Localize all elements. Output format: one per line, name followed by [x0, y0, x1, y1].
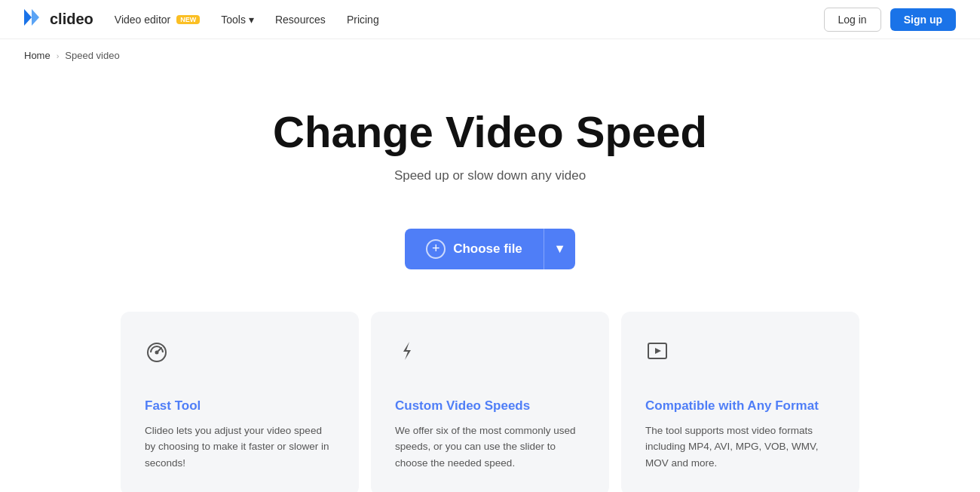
svg-point-4 [156, 351, 158, 353]
new-badge: NEW [176, 15, 200, 24]
nav-left: clideo Video editor NEW Tools ▾ Resource… [24, 9, 379, 30]
breadcrumb-separator: › [57, 51, 60, 60]
features-grid: Fast Tool Clideo lets you adjust your vi… [90, 306, 890, 492]
feature-desc-custom-speeds: We offer six of the most commonly used s… [395, 423, 585, 472]
breadcrumb-home[interactable]: Home [24, 50, 51, 61]
hero-section: Change Video Speed Speed up or slow down… [0, 72, 980, 229]
plus-icon: + [426, 239, 446, 259]
hero-subtitle: Speed up or slow down any video [24, 168, 956, 183]
nav-video-editor[interactable]: Video editor NEW [115, 14, 200, 26]
choose-file-main: + Choose file [405, 229, 544, 269]
chevron-down-icon: ▾ [556, 241, 563, 257]
login-button[interactable]: Log in [824, 8, 881, 32]
feature-card-fast-tool: Fast Tool Clideo lets you adjust your vi… [121, 312, 359, 492]
svg-marker-6 [655, 348, 661, 354]
breadcrumb-current: Speed video [65, 50, 119, 61]
choose-file-dropdown-arrow[interactable]: ▾ [544, 230, 575, 267]
svg-marker-1 [32, 9, 39, 26]
page-title: Change Video Speed [24, 108, 956, 156]
feature-card-compatible: Compatible with Any Format The tool supp… [621, 312, 859, 492]
chevron-down-icon: ▾ [249, 14, 254, 26]
feature-desc-compatible: The tool supports most video formats inc… [645, 423, 835, 472]
logo-link[interactable]: clideo [24, 9, 93, 30]
feature-desc-fast-tool: Clideo lets you adjust your video speed … [145, 423, 335, 472]
choose-file-label: Choose file [453, 241, 522, 257]
logo-icon [24, 9, 45, 30]
signup-button[interactable]: Sign up [890, 8, 956, 31]
breadcrumb: Home › Speed video [0, 39, 980, 72]
feature-title-custom-speeds: Custom Video Speeds [395, 398, 585, 414]
play-square-icon [645, 339, 835, 383]
nav-tools[interactable]: Tools ▾ [221, 14, 254, 26]
nav-pricing[interactable]: Pricing [347, 14, 379, 26]
lightning-icon [395, 339, 585, 383]
navbar: clideo Video editor NEW Tools ▾ Resource… [0, 0, 980, 39]
speedometer-icon [145, 339, 335, 383]
nav-resources[interactable]: Resources [275, 14, 326, 26]
feature-title-compatible: Compatible with Any Format [645, 398, 835, 414]
feature-card-custom-speeds: Custom Video Speeds We offer six of the … [371, 312, 609, 492]
choose-file-button[interactable]: + Choose file ▾ [405, 229, 575, 269]
choose-file-wrapper: + Choose file ▾ [0, 229, 980, 269]
svg-marker-0 [24, 9, 32, 26]
feature-title-fast-tool: Fast Tool [145, 398, 335, 414]
nav-right: Log in Sign up [824, 8, 956, 32]
logo-text: clideo [50, 11, 93, 28]
